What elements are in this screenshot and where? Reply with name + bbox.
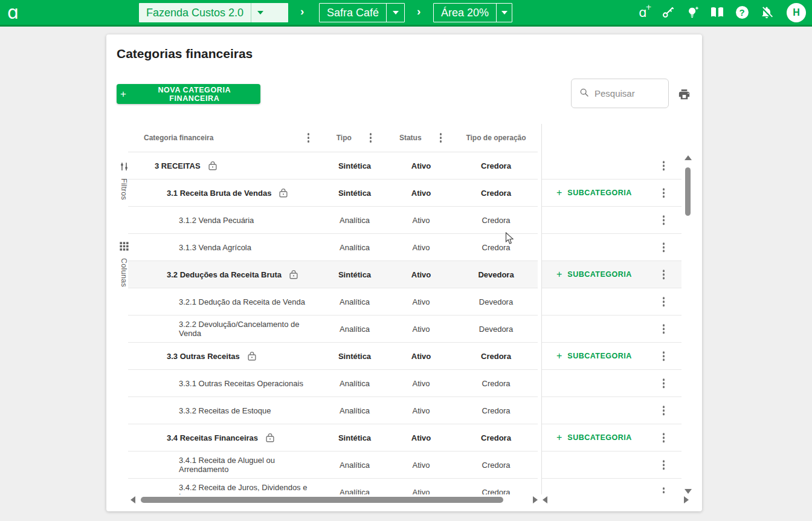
knowledge-book-icon[interactable] xyxy=(710,5,724,20)
column-header: Tipo xyxy=(321,132,388,144)
type-cell: Sintética xyxy=(321,189,388,198)
type-cell: Analítica xyxy=(321,243,388,252)
operation-type-cell: Devedora xyxy=(454,297,538,306)
search-input[interactable] xyxy=(593,88,662,99)
row-actions: +SUBCATEGORIA xyxy=(542,424,682,451)
category-cell: 3.4.2 Receita de Juros, Dividendos e Luc… xyxy=(128,483,321,494)
breadcrumb-area-dropdown[interactable]: Área 20% xyxy=(433,3,512,22)
row-menu-icon[interactable] xyxy=(662,160,666,172)
table-row[interactable]: 3 RECEITASSintéticaAtivoCredora xyxy=(128,152,538,180)
chevron-down-icon[interactable] xyxy=(496,4,512,22)
lock-icon xyxy=(266,433,274,442)
column-header-label: Tipo de operação xyxy=(466,134,526,142)
add-subcategory-button[interactable]: +SUBCATEGORIA xyxy=(553,185,636,201)
table-row[interactable]: 3.2 Deduções da Receita BrutaSintéticaAt… xyxy=(128,261,538,288)
new-financial-category-button[interactable]: + NOVA CATEGORIA FINANCEIRA xyxy=(117,84,260,104)
table-row[interactable]: 3.3.2 Receitas de EstoqueAnalíticaAtivoC… xyxy=(128,397,538,424)
table-row[interactable]: 3.2.1 Dedução da Receita de VendaAnalíti… xyxy=(128,288,538,316)
scroll-right-arrow[interactable] xyxy=(533,496,538,503)
column-header: Tipo de operação xyxy=(454,134,538,142)
operation-type-cell: Credora xyxy=(454,379,538,388)
horizontal-scroll-thumb[interactable] xyxy=(141,497,503,503)
table-row[interactable]: 3.1 Receita Bruta de VendasSintéticaAtiv… xyxy=(128,180,538,207)
category-label: 3.4.2 Receita de Juros, Dividendos e Luc… xyxy=(179,483,321,494)
lock-icon xyxy=(289,270,298,279)
help-icon[interactable]: ? xyxy=(735,5,749,20)
plus-icon: + xyxy=(556,269,562,280)
lock-icon xyxy=(248,351,256,361)
suggestions-icon[interactable] xyxy=(685,5,700,20)
row-menu-icon[interactable] xyxy=(662,377,666,389)
category-cell: 3.3.1 Outras Receitas Operacionais xyxy=(128,379,321,388)
row-menu-icon[interactable] xyxy=(662,432,666,444)
notifications-off-icon[interactable] xyxy=(759,5,774,20)
status-cell: Ativo xyxy=(388,270,454,279)
type-cell: Analítica xyxy=(321,379,388,388)
table-row[interactable]: 3.3.1 Outras Receitas OperacionaisAnalít… xyxy=(128,370,538,397)
row-menu-icon[interactable] xyxy=(662,404,666,416)
add-subcategory-button[interactable]: +SUBCATEGORIA xyxy=(553,430,636,445)
status-cell: Ativo xyxy=(388,488,454,495)
type-cell: Sintética xyxy=(321,161,388,170)
add-subcategory-button[interactable]: +SUBCATEGORIA xyxy=(553,267,636,282)
column-header: Status xyxy=(388,132,454,144)
row-actions xyxy=(542,234,682,261)
operation-type-cell: Credora xyxy=(454,243,538,252)
table-row[interactable]: 3.1.2 Venda PecuáriaAnalíticaAtivoCredor… xyxy=(128,207,538,234)
table-row[interactable]: 3.1.3 Venda AgrícolaAnalíticaAtivoCredor… xyxy=(128,234,538,261)
horizontal-scrollbar-main xyxy=(130,495,538,505)
row-actions xyxy=(542,451,682,479)
row-actions xyxy=(542,397,682,424)
breadcrumb-season-dropdown[interactable]: Safra Café xyxy=(319,3,405,22)
row-actions xyxy=(542,288,682,316)
table-row[interactable]: 3.4.1 Receita de Aluguel ou Arrendamento… xyxy=(128,451,538,479)
row-menu-icon[interactable] xyxy=(662,296,666,308)
table-row[interactable]: 3.4 Receitas FinanceirasSintéticaAtivoCr… xyxy=(128,424,538,451)
row-menu-icon[interactable] xyxy=(662,486,666,494)
type-cell: Sintética xyxy=(321,433,388,442)
row-menu-icon[interactable] xyxy=(662,241,666,253)
table-row[interactable]: 3.4.2 Receita de Juros, Dividendos e Luc… xyxy=(128,479,538,494)
row-menu-icon[interactable] xyxy=(662,350,666,362)
category-cell: 3.1 Receita Bruta de Vendas xyxy=(128,188,321,198)
category-label: 3.1.3 Venda Agrícola xyxy=(179,243,251,252)
actions-pane: +SUBCATEGORIA+SUBCATEGORIA+SUBCATEGORIA+… xyxy=(541,124,682,494)
row-menu-icon[interactable] xyxy=(662,187,666,199)
operation-type-cell: Credora xyxy=(454,433,538,442)
row-menu-icon[interactable] xyxy=(662,268,666,280)
add-account-icon[interactable]: ɑ+ xyxy=(636,5,650,20)
scroll-left-arrow[interactable] xyxy=(130,496,135,503)
table-row[interactable]: 3.3 Outras ReceitasSintéticaAtivoCredora xyxy=(128,343,538,370)
scroll-up-arrow[interactable] xyxy=(685,155,692,160)
chevron-down-icon[interactable] xyxy=(251,3,269,22)
status-cell: Ativo xyxy=(388,189,454,198)
type-cell: Analítica xyxy=(321,488,388,495)
table-header-row: Categoria financeiraTipoStatusTipo de op… xyxy=(128,124,538,152)
print-icon[interactable] xyxy=(677,88,692,104)
table-row[interactable]: 3.2.2 Devolução/Cancelamento de VendaAna… xyxy=(128,316,538,343)
type-cell: Analítica xyxy=(321,325,388,334)
plus-icon: + xyxy=(556,351,562,361)
category-label: 3.4 Receitas Financeiras xyxy=(167,433,258,442)
breadcrumb-farm-dropdown[interactable]: Fazenda Custos 2.0 xyxy=(139,3,288,22)
chevron-down-icon[interactable] xyxy=(386,4,404,22)
vertical-scroll-thumb[interactable] xyxy=(685,167,691,216)
category-cell: 3.2.2 Devolução/Cancelamento de Venda xyxy=(128,320,321,338)
scroll-left-arrow[interactable] xyxy=(543,496,547,503)
key-icon[interactable] xyxy=(660,5,675,20)
category-label: 3.2.2 Devolução/Cancelamento de Venda xyxy=(179,320,321,338)
search-icon xyxy=(579,88,589,100)
row-menu-icon[interactable] xyxy=(662,323,666,335)
user-avatar[interactable]: H xyxy=(787,3,806,22)
add-subcategory-button[interactable]: +SUBCATEGORIA xyxy=(553,348,636,364)
row-menu-icon[interactable] xyxy=(662,214,666,226)
scroll-right-arrow[interactable] xyxy=(684,496,689,503)
scroll-down-arrow[interactable] xyxy=(685,489,692,494)
row-menu-icon[interactable] xyxy=(662,459,666,471)
column-menu-icon[interactable] xyxy=(369,132,373,144)
app-logo-icon[interactable]: ɑ xyxy=(7,1,19,25)
status-cell: Ativo xyxy=(388,243,454,252)
column-menu-icon[interactable] xyxy=(306,132,311,144)
operation-type-cell: Credora xyxy=(454,352,538,361)
column-menu-icon[interactable] xyxy=(439,132,443,144)
